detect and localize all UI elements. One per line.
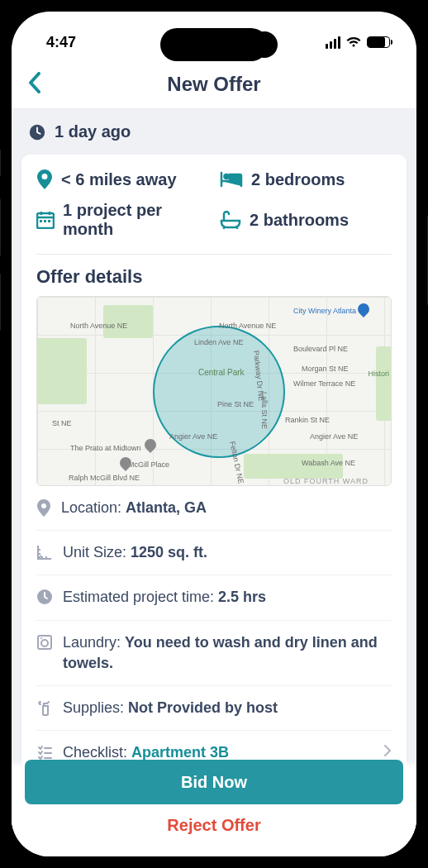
map-street-wabash: Wabash Ave NE [302,459,355,467]
timestamp-text: 1 day ago [55,122,131,141]
volume-mute-switch [0,149,1,177]
stat-bedrooms: 2 bedrooms [220,169,392,189]
svg-point-7 [41,640,48,646]
offer-card: < 6 miles away 2 bedrooms [21,155,407,778]
stat-bathrooms: 2 bathrooms [220,201,392,239]
detail-supplies-text: Supplies: Not Provided by host [63,698,392,718]
svg-rect-4 [48,220,50,222]
location-pin-icon [36,169,53,189]
cellular-signal-icon [326,36,341,49]
location-pin-icon [36,499,51,517]
ruler-icon [36,544,53,560]
detail-laundry-text: Laundry: You need to wash and dry linen … [63,632,392,674]
stat-frequency-text: 1 project per month [63,201,208,239]
checklist-icon [36,744,53,761]
map-street-morgan: Morgan St NE [302,365,349,373]
map-district: OLD FOURTH WARD [283,477,369,485]
front-camera [251,31,278,58]
detail-supplies: Supplies: Not Provided by host [36,686,392,731]
phone-frame: 4:47 New Offer [0,0,428,868]
checklist-link[interactable]: Apartment 3B [131,744,229,761]
map-label-central-park: Central Park [198,368,245,377]
map-view[interactable]: Central Park City Winery Atlanta North A… [36,296,392,486]
bed-icon [220,171,243,188]
map-label-historic: Histori [368,370,389,378]
stat-frequency: 1 project per month [36,201,208,239]
phone-screen: 4:47 New Offer [12,12,416,856]
map-street-mcgill: McGill Place [128,460,169,469]
map-street-linden: Linden Ave NE [194,338,243,346]
header-title: New Offer [167,73,260,96]
detail-unit-text: Unit Size: 1250 sq. ft. [63,542,392,563]
detail-est-text: Estimated project time: 2.5 hrs [63,587,392,608]
content-scroll[interactable]: 1 day ago < 6 miles away 2 bedrooms [12,109,416,856]
washer-icon [36,634,53,651]
chevron-left-icon [28,72,41,93]
clock-icon [36,589,53,605]
spray-bottle-icon [36,699,53,716]
status-time: 4:47 [46,34,76,51]
stat-distance: < 6 miles away [36,169,208,189]
status-indicators [326,36,391,49]
map-street-1: North Avenue NE [70,322,127,330]
clock-icon [28,123,46,141]
volume-down-button [0,273,1,331]
map-street-wilmer: Wilmer Terrace NE [293,379,355,388]
svg-rect-2 [40,220,42,222]
bid-now-button[interactable]: Bid Now [25,760,403,804]
map-street-stne: St NE [52,419,72,427]
stats-grid: < 6 miles away 2 bedrooms [36,169,392,255]
detail-unit-size: Unit Size: 1250 sq. ft. [36,531,392,575]
volume-up-button [0,198,1,256]
map-street-angier2: Angier Ave NE [310,432,358,441]
map-street-lalla: Lalla St NE [260,392,269,429]
stat-bathrooms-text: 2 bathrooms [250,211,349,230]
stat-bedrooms-text: 2 bedrooms [251,170,345,189]
reject-offer-button[interactable]: Reject Offer [25,816,403,835]
timestamp-row: 1 day ago [12,109,416,155]
detail-location: Location: Atlanta, GA [36,486,392,531]
svg-point-8 [40,637,42,639]
map-pin-icon [355,301,372,317]
footer-actions: Bid Now Reject Offer [12,760,416,856]
map-street-pine: Pine St NE [217,400,254,408]
stat-distance-text: < 6 miles away [61,170,177,189]
map-street-blvd: Boulevard Pl NE [293,345,348,353]
map-poi-prato: The Prato at Midtown [70,444,141,452]
chevron-right-icon [383,744,392,757]
map-street-ralph: Ralph McGill Blvd NE [69,474,140,482]
map-pin-icon [142,436,159,453]
app-header: New Offer [12,60,416,109]
map-street-1b: North Avenue NE [219,322,276,330]
offer-details-title: Offer details [36,255,392,296]
detail-location-text: Location: Atlanta, GA [61,498,392,518]
calendar-icon [36,211,55,229]
back-button[interactable] [28,72,41,97]
detail-laundry: Laundry: You need to wash and dry linen … [36,621,392,686]
map-street-rankin: Rankin St NE [285,416,330,424]
svg-rect-3 [44,220,46,222]
bath-icon [220,211,241,229]
detail-estimated-time: Estimated project time: 2.5 hrs [36,575,392,620]
map-street-angier: Angier Ave NE [169,432,217,441]
map-poi-winery: City Winery Atlanta [293,307,356,315]
battery-icon [367,36,390,48]
wifi-icon [345,36,362,48]
